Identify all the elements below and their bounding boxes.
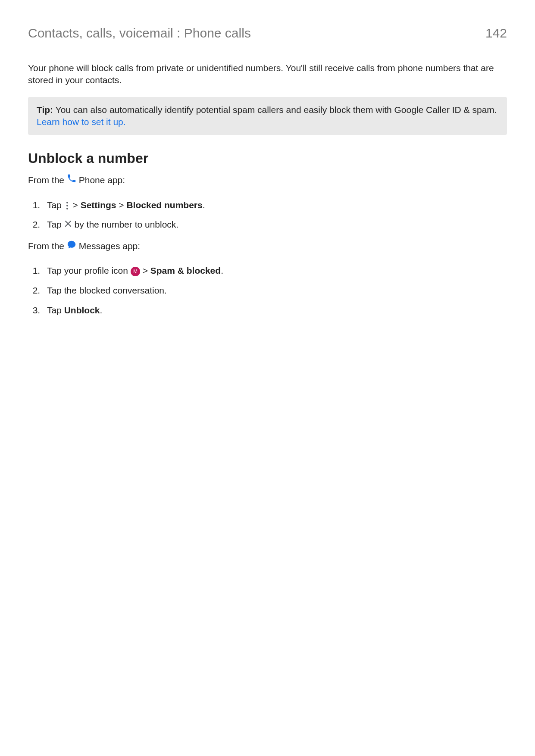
tip-text: You can also automatically identify pote… [53,105,497,115]
settings-label: Settings [81,200,116,210]
svg-point-1 [66,205,68,206]
messages-icon [67,240,76,252]
phone-icon [67,174,76,186]
sep: > [73,200,81,210]
page-number: 142 [485,26,507,41]
lead-suffix: Phone app: [79,175,125,185]
step-text: Tap [47,219,64,229]
lead-suffix: Messages app: [79,241,140,251]
spam-blocked-label: Spam & blocked [150,266,221,275]
tip-label: Tip: [37,105,53,115]
more-icon [64,200,70,209]
close-icon [64,217,72,232]
svg-point-2 [66,208,68,209]
svg-text:M: M [133,269,138,275]
step-suffix: by the number to unblock. [75,219,179,229]
phone-app-lead: From the Phone app: [28,174,507,187]
messages-step-2: Tap the blocked conversation. [43,283,507,298]
period: . [203,200,205,210]
messages-app-lead: From the Messages app: [28,240,507,253]
phone-steps-list: Tap > Settings > Blocked numbers. Tap by… [28,198,507,233]
messages-step-3: Tap Unblock. [43,303,507,318]
step-text: Tap your profile icon [47,266,131,275]
messages-step-1: Tap your profile icon M > Spam & blocked… [43,263,507,278]
lead-text: From the [28,241,67,251]
step-text: Tap [47,200,64,210]
messages-steps-list: Tap your profile icon M > Spam & blocked… [28,263,507,317]
tip-link[interactable]: Learn how to set it up. [37,117,126,127]
sep: > [119,200,126,210]
avatar-icon: M [131,266,140,275]
svg-point-0 [66,202,68,203]
breadcrumb: Contacts, calls, voicemail : Phone calls [28,26,251,41]
lead-text: From the [28,175,67,185]
period: . [221,266,223,275]
unblock-label: Unblock [64,305,100,315]
intro-paragraph: Your phone will block calls from private… [28,62,507,87]
page-header: Contacts, calls, voicemail : Phone calls… [28,26,507,41]
sep: > [143,266,150,275]
step-text: Tap [47,305,64,315]
phone-step-2: Tap by the number to unblock. [43,217,507,232]
tip-callout: Tip: You can also automatically identify… [28,97,507,135]
step-text: Tap the blocked conversation. [47,285,167,295]
period: . [100,305,103,315]
section-heading: Unblock a number [28,150,507,166]
blocked-numbers-label: Blocked numbers [126,200,202,210]
phone-step-1: Tap > Settings > Blocked numbers. [43,198,507,212]
